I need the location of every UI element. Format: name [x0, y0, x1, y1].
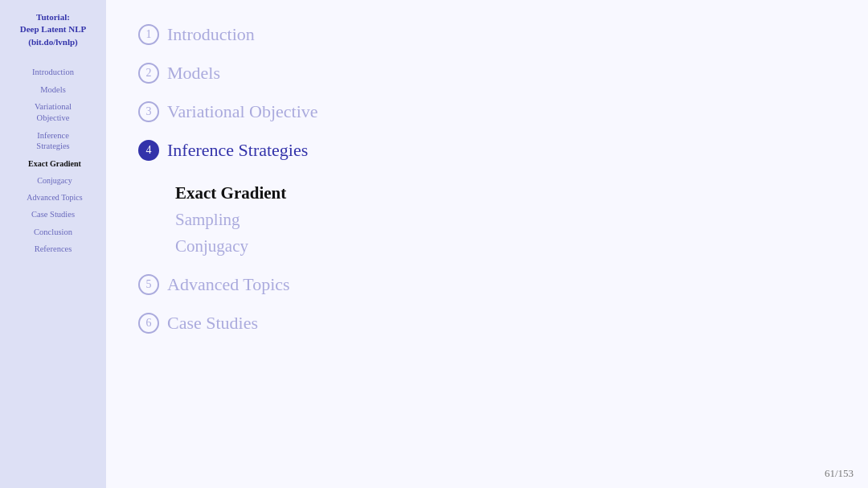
toc-number-4: 4 [138, 140, 159, 161]
toc-item-case-studies[interactable]: 6 Case Studies [138, 313, 836, 334]
toc-item-models[interactable]: 2 Models [138, 63, 836, 84]
sidebar-item-references[interactable] [6, 259, 100, 264]
toc-subitem-exact-gradient[interactable]: Exact Gradient [175, 183, 836, 203]
sidebar-item-introduction[interactable]: Introduction [6, 64, 100, 80]
toc-label-inference-strategies: Inference Strategies [167, 140, 308, 161]
toc-item-introduction[interactable]: 1 Introduction [138, 24, 836, 45]
sidebar-item-models[interactable]: Models [6, 82, 100, 98]
toc-item-advanced-topics[interactable]: 5 Advanced Topics [138, 274, 836, 295]
toc-label-variational-objective: Variational Objective [167, 101, 318, 122]
sidebar-item-variational-objective[interactable]: Variational Objective [6, 99, 100, 125]
sidebar: Tutorial: Deep Latent NLP (bit.do/lvnlp)… [0, 0, 106, 488]
toc-label-case-studies: Case Studies [167, 313, 258, 334]
toc-subitem-sampling[interactable]: Sampling [175, 210, 836, 230]
toc-item-inference-strategies[interactable]: 4 Inference Strategies [138, 140, 836, 161]
sidebar-item-inference-strategies[interactable]: Inference Strategies [6, 128, 100, 154]
sidebar-item-conclusion[interactable]: References [6, 241, 100, 257]
sidebar-nav: Introduction Models Variational Objectiv… [6, 64, 100, 264]
toc-label-advanced-topics: Advanced Topics [167, 274, 290, 295]
sidebar-item-sampling[interactable]: Conjugacy [6, 173, 100, 188]
toc-label-models: Models [167, 63, 220, 84]
toc-number-5: 5 [138, 274, 159, 295]
toc-number-3: 3 [138, 101, 159, 122]
toc-item-variational-objective[interactable]: 3 Variational Objective [138, 101, 836, 122]
toc-label-introduction: Introduction [167, 24, 255, 45]
sidebar-item-case-studies[interactable]: Conclusion [6, 224, 100, 240]
toc-number-1: 1 [138, 24, 159, 45]
sidebar-title: Tutorial: Deep Latent NLP (bit.do/lvnlp) [18, 8, 88, 51]
toc-number-6: 6 [138, 313, 159, 334]
main-content: 1 Introduction 2 Models 3 Variational Ob… [106, 0, 868, 488]
toc-subitems-inference: Exact Gradient Sampling Conjugacy [175, 183, 836, 256]
toc-number-2: 2 [138, 63, 159, 84]
sidebar-item-exact-gradient[interactable]: Exact Gradient [6, 156, 100, 171]
page-number: 61/153 [825, 467, 854, 480]
sidebar-item-conjugacy[interactable]: Advanced Topics [6, 190, 100, 205]
sidebar-item-advanced-topics[interactable]: Case Studies [6, 207, 100, 223]
toc-subitem-conjugacy[interactable]: Conjugacy [175, 236, 836, 256]
